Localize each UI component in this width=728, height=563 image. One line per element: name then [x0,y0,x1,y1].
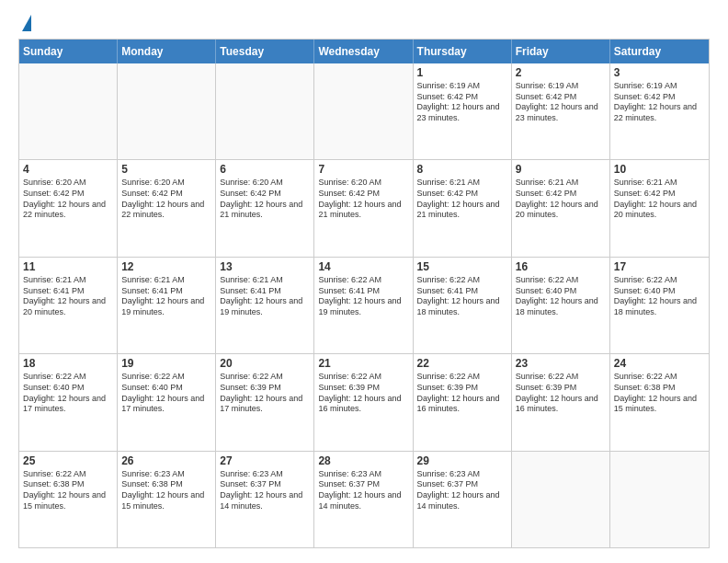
header-day-wednesday: Wednesday [314,40,413,63]
day-info: Sunrise: 6:21 AM Sunset: 6:42 PM Dayligh… [516,178,606,221]
cal-cell [314,63,413,159]
cal-cell: 5Sunrise: 6:20 AM Sunset: 6:42 PM Daylig… [118,160,216,256]
header-day-thursday: Thursday [414,40,512,63]
logo [18,15,31,29]
header-day-monday: Monday [118,40,216,63]
cal-row-1: 4Sunrise: 6:20 AM Sunset: 6:42 PM Daylig… [19,160,709,257]
day-number: 28 [318,454,408,467]
day-info: Sunrise: 6:19 AM Sunset: 6:42 PM Dayligh… [417,81,507,124]
day-info: Sunrise: 6:23 AM Sunset: 6:37 PM Dayligh… [318,469,408,512]
cal-cell [216,63,314,159]
cal-cell [19,63,118,159]
cal-cell: 11Sunrise: 6:21 AM Sunset: 6:41 PM Dayli… [19,258,118,353]
day-number: 21 [318,357,408,370]
day-number: 11 [23,260,113,273]
day-info: Sunrise: 6:22 AM Sunset: 6:39 PM Dayligh… [516,372,606,415]
day-info: Sunrise: 6:20 AM Sunset: 6:42 PM Dayligh… [121,178,211,221]
day-number: 14 [318,260,408,273]
cal-row-4: 25Sunrise: 6:22 AM Sunset: 6:38 PM Dayli… [19,452,709,547]
cal-cell: 15Sunrise: 6:22 AM Sunset: 6:41 PM Dayli… [414,258,512,353]
header-day-tuesday: Tuesday [216,40,314,63]
header-day-saturday: Saturday [610,40,709,63]
cal-cell: 3Sunrise: 6:19 AM Sunset: 6:42 PM Daylig… [610,63,709,159]
calendar-header: SundayMondayTuesdayWednesdayThursdayFrid… [19,40,709,63]
day-info: Sunrise: 6:19 AM Sunset: 6:42 PM Dayligh… [516,81,606,124]
cal-cell [512,452,610,547]
day-number: 24 [614,357,705,370]
day-number: 13 [220,260,310,273]
day-info: Sunrise: 6:22 AM Sunset: 6:40 PM Dayligh… [121,372,211,415]
cal-cell: 25Sunrise: 6:22 AM Sunset: 6:38 PM Dayli… [19,452,118,547]
cal-cell: 17Sunrise: 6:22 AM Sunset: 6:40 PM Dayli… [610,258,709,353]
cal-cell: 18Sunrise: 6:22 AM Sunset: 6:40 PM Dayli… [19,354,118,450]
header [18,15,710,29]
cal-cell: 23Sunrise: 6:22 AM Sunset: 6:39 PM Dayli… [512,354,610,450]
header-day-friday: Friday [512,40,610,63]
cal-cell: 7Sunrise: 6:20 AM Sunset: 6:42 PM Daylig… [314,160,413,256]
cal-cell: 4Sunrise: 6:20 AM Sunset: 6:42 PM Daylig… [19,160,118,256]
day-number: 3 [614,66,705,79]
logo-triangle-icon [22,15,31,31]
day-number: 16 [516,260,606,273]
day-number: 27 [220,454,310,467]
cal-cell: 12Sunrise: 6:21 AM Sunset: 6:41 PM Dayli… [118,258,216,353]
cal-cell: 16Sunrise: 6:22 AM Sunset: 6:40 PM Dayli… [512,258,610,353]
day-info: Sunrise: 6:23 AM Sunset: 6:37 PM Dayligh… [220,469,310,512]
calendar-body: 1Sunrise: 6:19 AM Sunset: 6:42 PM Daylig… [19,63,709,547]
day-number: 15 [417,260,507,273]
cal-cell: 10Sunrise: 6:21 AM Sunset: 6:42 PM Dayli… [610,160,709,256]
day-info: Sunrise: 6:23 AM Sunset: 6:37 PM Dayligh… [417,469,507,512]
day-number: 23 [516,357,606,370]
day-number: 4 [23,163,113,176]
day-number: 17 [614,260,705,273]
day-number: 9 [516,163,606,176]
day-info: Sunrise: 6:23 AM Sunset: 6:38 PM Dayligh… [121,469,211,512]
day-info: Sunrise: 6:22 AM Sunset: 6:39 PM Dayligh… [417,372,507,415]
day-info: Sunrise: 6:20 AM Sunset: 6:42 PM Dayligh… [220,178,310,221]
cal-cell: 29Sunrise: 6:23 AM Sunset: 6:37 PM Dayli… [414,452,512,547]
day-info: Sunrise: 6:22 AM Sunset: 6:40 PM Dayligh… [23,372,113,415]
day-number: 1 [417,66,507,79]
cal-row-0: 1Sunrise: 6:19 AM Sunset: 6:42 PM Daylig… [19,63,709,160]
day-number: 12 [121,260,211,273]
day-info: Sunrise: 6:22 AM Sunset: 6:40 PM Dayligh… [516,275,606,318]
day-info: Sunrise: 6:20 AM Sunset: 6:42 PM Dayligh… [318,178,408,221]
day-info: Sunrise: 6:21 AM Sunset: 6:41 PM Dayligh… [23,275,113,318]
cal-cell: 21Sunrise: 6:22 AM Sunset: 6:39 PM Dayli… [314,354,413,450]
cal-cell: 19Sunrise: 6:22 AM Sunset: 6:40 PM Dayli… [118,354,216,450]
cal-cell: 6Sunrise: 6:20 AM Sunset: 6:42 PM Daylig… [216,160,314,256]
day-number: 10 [614,163,705,176]
page: SundayMondayTuesdayWednesdayThursdayFrid… [0,0,728,563]
header-day-sunday: Sunday [19,40,118,63]
day-number: 25 [23,454,113,467]
day-info: Sunrise: 6:22 AM Sunset: 6:41 PM Dayligh… [318,275,408,318]
cal-cell: 26Sunrise: 6:23 AM Sunset: 6:38 PM Dayli… [118,452,216,547]
day-number: 5 [121,163,211,176]
day-info: Sunrise: 6:22 AM Sunset: 6:39 PM Dayligh… [220,372,310,415]
day-number: 20 [220,357,310,370]
cal-cell: 8Sunrise: 6:21 AM Sunset: 6:42 PM Daylig… [414,160,512,256]
cal-cell: 24Sunrise: 6:22 AM Sunset: 6:38 PM Dayli… [610,354,709,450]
day-number: 6 [220,163,310,176]
day-info: Sunrise: 6:21 AM Sunset: 6:41 PM Dayligh… [220,275,310,318]
day-number: 7 [318,163,408,176]
cal-cell [610,452,709,547]
day-info: Sunrise: 6:22 AM Sunset: 6:38 PM Dayligh… [23,469,113,512]
day-info: Sunrise: 6:19 AM Sunset: 6:42 PM Dayligh… [614,81,705,124]
day-info: Sunrise: 6:21 AM Sunset: 6:42 PM Dayligh… [614,178,705,221]
cal-cell: 20Sunrise: 6:22 AM Sunset: 6:39 PM Dayli… [216,354,314,450]
cal-row-2: 11Sunrise: 6:21 AM Sunset: 6:41 PM Dayli… [19,258,709,354]
calendar: SundayMondayTuesdayWednesdayThursdayFrid… [18,39,710,548]
cal-row-3: 18Sunrise: 6:22 AM Sunset: 6:40 PM Dayli… [19,354,709,451]
day-number: 8 [417,163,507,176]
cal-cell: 22Sunrise: 6:22 AM Sunset: 6:39 PM Dayli… [414,354,512,450]
day-number: 18 [23,357,113,370]
day-number: 26 [121,454,211,467]
day-number: 19 [121,357,211,370]
cal-cell: 14Sunrise: 6:22 AM Sunset: 6:41 PM Dayli… [314,258,413,353]
cal-cell: 2Sunrise: 6:19 AM Sunset: 6:42 PM Daylig… [512,63,610,159]
day-info: Sunrise: 6:21 AM Sunset: 6:41 PM Dayligh… [121,275,211,318]
cal-cell: 27Sunrise: 6:23 AM Sunset: 6:37 PM Dayli… [216,452,314,547]
day-info: Sunrise: 6:22 AM Sunset: 6:39 PM Dayligh… [318,372,408,415]
day-info: Sunrise: 6:22 AM Sunset: 6:38 PM Dayligh… [614,372,705,415]
